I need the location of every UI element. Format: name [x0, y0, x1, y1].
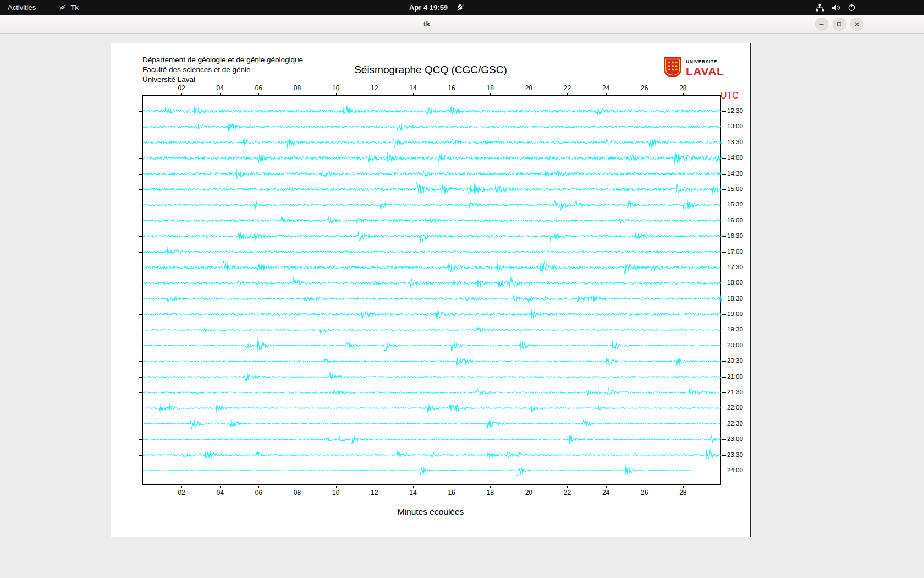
trace-start-tick: [139, 408, 143, 408]
trace-start-tick: [139, 314, 143, 315]
trace-time-label: 23:30: [727, 451, 743, 458]
x-axis-tick-label-bottom: 12: [368, 489, 381, 497]
trace-start-tick: [139, 127, 143, 127]
x-axis-tick-bottom: [645, 486, 645, 488]
maximize-button[interactable]: [833, 18, 846, 31]
trace-time-label: 21:30: [727, 389, 743, 395]
trace-time-label: 18:30: [727, 295, 743, 302]
x-axis-tick-label-bottom: 06: [252, 489, 265, 497]
trace-time-label: 17:00: [727, 248, 743, 255]
trace-end-tick: [722, 314, 726, 315]
trace-end-tick: [722, 346, 726, 346]
trace-time-label: 15:00: [727, 186, 743, 192]
trace-time-label: 19:30: [727, 326, 743, 332]
x-axis-tick-bottom: [182, 486, 182, 488]
trace-end-tick: [722, 471, 726, 471]
x-axis-tick-top: [298, 93, 298, 96]
trace-end-tick: [722, 439, 726, 440]
x-axis-tick-label-top: 08: [291, 84, 304, 92]
clock-menu[interactable]: Apr 4 19:59: [409, 0, 464, 15]
trace-time-label: 22:30: [727, 420, 743, 427]
trace-start-tick: [139, 221, 143, 221]
x-axis-tick-bottom: [258, 486, 259, 488]
x-axis-tick-label-bottom: 18: [483, 489, 497, 497]
volume-icon: [832, 4, 840, 12]
notifications-muted-icon: [456, 3, 464, 12]
x-axis-tick-label-bottom: 14: [406, 489, 420, 497]
x-axis-tick-label-bottom: 08: [291, 489, 304, 497]
trace-time-label: 13:30: [727, 139, 743, 145]
gnome-top-bar: Activities Tk Apr 4 19:59: [0, 0, 924, 15]
system-status-area[interactable]: [815, 0, 856, 15]
focused-app-name: Tk: [70, 3, 78, 12]
trace-canvas: [143, 96, 722, 486]
window-title: tk: [424, 20, 430, 28]
trace-end-tick: [722, 408, 726, 408]
trace-time-label: 14:00: [727, 154, 743, 161]
x-axis-tick-bottom: [529, 486, 529, 488]
trace-end-tick: [722, 283, 726, 283]
trace-start-tick: [139, 346, 143, 346]
x-axis-tick-top: [606, 93, 607, 96]
x-axis-tick-label-top: 10: [329, 84, 343, 92]
trace-start-tick: [139, 252, 143, 253]
window-controls: [815, 18, 864, 31]
x-axis-tick-label-top: 20: [522, 84, 535, 92]
x-axis-tick-label-top: 14: [406, 84, 420, 92]
x-axis-label: Minutes écoulées: [111, 507, 750, 517]
trace-end-tick: [722, 127, 726, 127]
activities-button[interactable]: Activities: [8, 3, 36, 12]
minimize-button[interactable]: [815, 18, 828, 31]
trace-end-tick: [722, 174, 726, 175]
x-axis-tick-bottom: [490, 486, 491, 488]
x-axis-tick-top: [452, 93, 452, 96]
focused-app-indicator[interactable]: Tk: [59, 3, 78, 12]
x-axis-tick-top: [490, 93, 491, 96]
x-axis-tick-top: [529, 93, 529, 96]
clock-label: Apr 4 19:59: [409, 3, 448, 12]
x-axis-tick-label-bottom: 02: [175, 489, 188, 497]
laval-shield-icon: [663, 57, 682, 80]
x-axis-tick-label-top: 12: [368, 84, 381, 92]
x-axis-tick-top: [567, 93, 568, 96]
trace-start-tick: [139, 361, 143, 362]
x-axis-tick-bottom: [336, 486, 337, 488]
x-axis-tick-label-bottom: 24: [600, 489, 613, 497]
trace-time-label: 23:00: [727, 435, 743, 442]
trace-end-tick: [722, 455, 726, 456]
trace-end-tick: [722, 158, 726, 159]
window-titlebar[interactable]: tk: [0, 15, 924, 34]
x-axis-tick-top: [336, 93, 337, 96]
x-axis-tick-bottom: [375, 486, 375, 488]
trace-end-tick: [722, 377, 726, 378]
x-axis-tick-label-bottom: 16: [445, 489, 458, 497]
trace-start-tick: [139, 392, 143, 393]
trace-start-tick: [139, 205, 143, 205]
x-axis-tick-label-top: 16: [445, 84, 458, 92]
trace-time-label: 19:00: [727, 310, 743, 317]
x-axis-tick-label-top: 02: [175, 84, 188, 92]
x-axis-tick-top: [220, 93, 221, 96]
trace-start-tick: [139, 283, 143, 283]
trace-start-tick: [139, 455, 143, 456]
x-axis-tick-top: [258, 93, 259, 96]
x-axis-tick-label-top: 22: [560, 84, 574, 92]
x-axis-tick-top: [683, 93, 684, 96]
x-axis-tick-label-top: 18: [483, 84, 497, 92]
trace-start-tick: [139, 268, 143, 268]
trace-start-tick: [139, 439, 143, 440]
trace-time-label: 14:30: [727, 170, 743, 177]
x-axis-tick-bottom: [683, 486, 684, 488]
trace-time-label: 18:00: [727, 279, 743, 286]
trace-end-tick: [722, 268, 726, 268]
x-axis-tick-top: [375, 93, 375, 96]
trace-end-tick: [722, 361, 726, 362]
x-axis-tick-label-bottom: 26: [638, 489, 651, 497]
close-button[interactable]: [850, 18, 864, 31]
trace-start-tick: [139, 299, 143, 299]
x-axis-tick-label-top: 24: [600, 84, 613, 92]
trace-end-tick: [722, 330, 726, 330]
trace-start-tick: [139, 330, 143, 330]
x-axis-tick-label-bottom: 22: [560, 489, 574, 497]
trace-time-label: 24:00: [727, 467, 743, 473]
